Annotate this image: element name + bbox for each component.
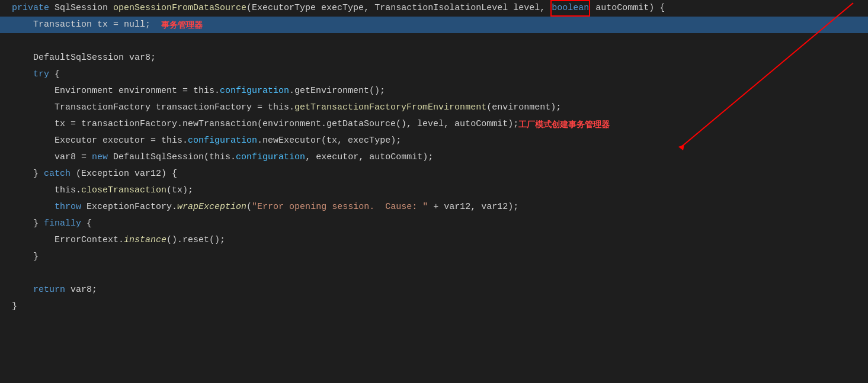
- configuration-ref-3: configuration: [236, 150, 305, 165]
- autocommit-param: autoCommit) {: [590, 1, 665, 15]
- var8-assign-start: var8 =: [12, 150, 92, 165]
- catch-start: }: [12, 167, 44, 181]
- annotation-shiwuguanliqi: 事务管理器: [161, 18, 203, 31]
- return-var8: var8;: [65, 283, 97, 297]
- new-executor-call: .newExecutor(tx, execType);: [257, 134, 401, 148]
- txfactory-call-end: (environment);: [486, 101, 561, 115]
- instance-method: instance: [124, 233, 166, 247]
- keyword-throw: throw: [55, 200, 81, 214]
- error-context-code: ErrorContext.: [12, 233, 124, 247]
- method-name: openSessionFromDataSource: [113, 1, 246, 15]
- new-session-end: , executor, autoCommit);: [305, 150, 433, 165]
- keyword-new: new: [92, 150, 108, 165]
- executor-code: Executor executor = this.: [12, 134, 188, 148]
- configuration-ref-2: configuration: [188, 134, 257, 148]
- env-code: Environment environment = this.: [12, 84, 220, 98]
- code-line-return: return var8;: [0, 282, 868, 298]
- code-line-var8-assign: var8 = new DefaultSqlSession(this.config…: [0, 149, 868, 166]
- throw-factory: ExceptionFactory.: [81, 200, 177, 214]
- empty-line-2: [0, 265, 868, 282]
- empty-line-1: [0, 33, 868, 50]
- code-line-errorcontext: ErrorContext.instance().reset();: [0, 232, 868, 249]
- code-line-throw: throw ExceptionFactory.wrapException("Er…: [0, 199, 868, 215]
- code-container: private SqlSession openSessionFromDataSo…: [0, 0, 868, 315]
- get-env-call: .getEnvironment();: [289, 84, 385, 98]
- txfactory-code: TransactionFactory transactionFactory = …: [12, 101, 294, 115]
- reset-call: ().reset();: [166, 233, 225, 247]
- finally-start: }: [12, 217, 44, 231]
- code-line-2: Transaction tx = null; 事务管理器: [0, 17, 868, 33]
- throw-paren: (: [246, 200, 252, 214]
- wrap-exception-method: wrapException: [177, 200, 246, 214]
- return-indent: [12, 283, 33, 297]
- code-line-close-method: }: [0, 298, 868, 315]
- close-tx-this: this.: [12, 184, 81, 198]
- keyword-return: return: [33, 283, 65, 297]
- code-line-catch: } catch (Exception var12) {: [0, 166, 868, 182]
- code-line-var8-decl: DefaultSqlSession var8;: [0, 50, 868, 66]
- tx-declaration: Transaction tx = null;: [12, 18, 161, 32]
- keyword-catch: catch: [44, 167, 71, 181]
- var8-declaration: DefaultSqlSession var8;: [12, 51, 156, 65]
- configuration-ref-1: configuration: [220, 84, 289, 98]
- keyword-try: try: [33, 67, 49, 82]
- finally-brace: {: [81, 217, 92, 231]
- indent-try: [12, 67, 33, 82]
- params-start: (ExecutorType execType, TransactionIsola…: [246, 1, 550, 15]
- return-type: SqlSession: [55, 1, 113, 15]
- throw-end: + var12, var12);: [428, 200, 518, 214]
- error-string: "Error opening session. Cause: ": [252, 200, 428, 214]
- keyword-private: private: [12, 1, 55, 15]
- boolean-keyword-boxed: boolean: [550, 0, 590, 17]
- keyword-finally: finally: [44, 217, 81, 231]
- finally-close-brace: }: [12, 250, 39, 264]
- code-line-finally: } finally {: [0, 215, 868, 232]
- code-line-tx-assign: tx = transactionFactory.newTransaction(e…: [0, 116, 868, 133]
- method-close-brace: }: [12, 300, 17, 314]
- code-line-close-tx: this.closeTransaction(tx);: [0, 182, 868, 199]
- code-line-close-finally: }: [0, 249, 868, 265]
- close-tx-call: (tx);: [166, 184, 193, 198]
- code-line-1: private SqlSession openSessionFromDataSo…: [0, 0, 868, 17]
- code-line-executor: Executor executor = this.configuration.n…: [0, 133, 868, 149]
- annotation-factory-mode: 工厂模式创建事务管理器: [518, 118, 610, 131]
- try-brace: {: [49, 67, 60, 82]
- get-txfactory-method: getTransactionFactoryFromEnvironment: [294, 101, 486, 115]
- code-line-try: try {: [0, 66, 868, 83]
- code-line-txfactory: TransactionFactory transactionFactory = …: [0, 99, 868, 116]
- throw-indent: [12, 200, 55, 214]
- catch-end: (Exception var12) {: [71, 167, 177, 181]
- new-session-code: DefaultSqlSession(this.: [108, 150, 236, 165]
- code-line-env: Environment environment = this.configura…: [0, 83, 868, 99]
- tx-assign-code: tx = transactionFactory.newTransaction(e…: [12, 117, 518, 131]
- close-tx-method: closeTransaction: [81, 184, 166, 198]
